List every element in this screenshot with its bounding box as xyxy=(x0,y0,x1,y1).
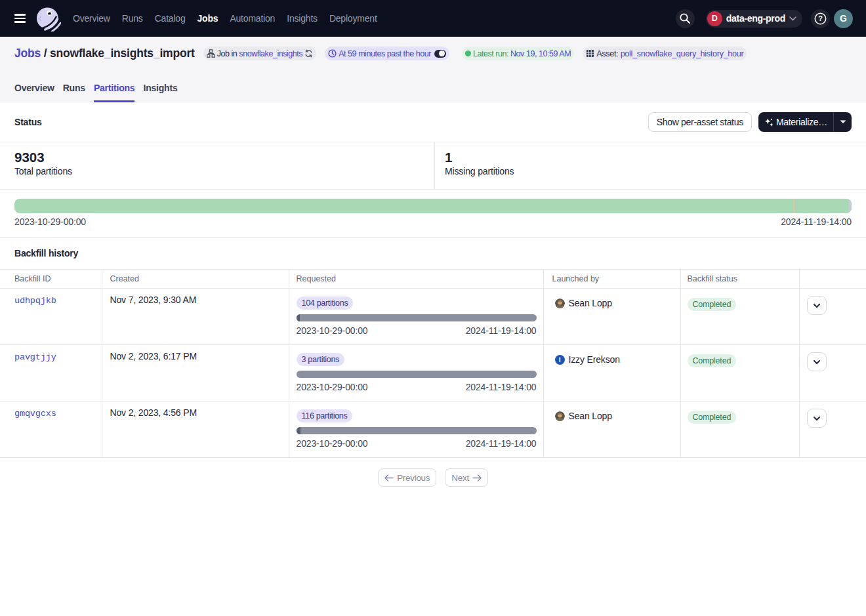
svg-text:?: ? xyxy=(818,14,823,22)
